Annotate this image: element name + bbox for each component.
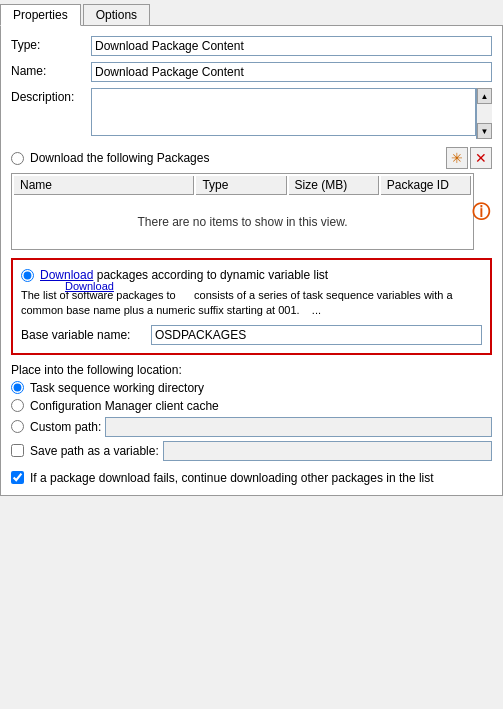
location-title: Place into the following location: (11, 363, 492, 377)
remove-package-btn[interactable]: ✕ (470, 147, 492, 169)
location-option-0: Task sequence working directory (11, 381, 492, 395)
name-label: Name: (11, 62, 91, 78)
name-row: Name: (11, 62, 492, 82)
dynamic-radio-suffix: packages according to dynamic variable l… (93, 268, 328, 282)
packages-radio-row: Download the following Packages (11, 151, 444, 165)
base-var-row: Base variable name: (21, 325, 482, 345)
continue-download-label: If a package download fails, continue do… (30, 471, 434, 485)
location-option-2: Custom path: (11, 417, 492, 437)
description-scrollbar: ▲ ▼ (476, 88, 492, 139)
base-var-input[interactable] (151, 325, 482, 345)
custom-path-input[interactable] (105, 417, 492, 437)
col-type: Type (196, 176, 286, 195)
description-input[interactable] (91, 88, 476, 136)
bottom-option-row: If a package download fails, continue do… (11, 471, 492, 485)
info-icon: ⓘ (472, 200, 490, 224)
tab-properties[interactable]: Properties (0, 4, 81, 26)
packages-table: Name Type Size (MB) Package ID There are… (11, 173, 474, 250)
save-path-input[interactable] (163, 441, 492, 461)
tab-options[interactable]: Options (83, 4, 150, 25)
add-package-btn[interactable]: ✳ (446, 147, 468, 169)
table-empty-row: There are no items to show in this view. (14, 197, 471, 247)
dynamic-description: The list of software packages to consist… (21, 288, 482, 319)
description-row: Description: ▲ ▼ (11, 88, 492, 139)
packages-table-container: Name Type Size (MB) Package ID There are… (11, 173, 474, 250)
main-window: Properties Options Type: Name: Descripti… (0, 0, 503, 496)
location-label-1: Configuration Manager client cache (30, 399, 219, 413)
continue-download-checkbox[interactable] (11, 471, 24, 484)
col-size: Size (MB) (289, 176, 379, 195)
location-radio-0[interactable] (11, 381, 24, 394)
location-label-2: Custom path: (30, 420, 101, 434)
packages-radio[interactable] (11, 152, 24, 165)
desc-wrapper: Download The list of software packages t… (21, 288, 482, 319)
save-path-checkbox[interactable] (11, 444, 24, 457)
save-path-row: Save path as a variable: (11, 441, 492, 461)
location-radio-1[interactable] (11, 399, 24, 412)
packages-section-header: Download the following Packages ✳ ✕ (11, 147, 492, 169)
empty-message: There are no items to show in this view. (14, 197, 471, 247)
type-input[interactable] (91, 36, 492, 56)
description-wrapper: ▲ ▼ (91, 88, 492, 139)
packages-radio-label: Download the following Packages (30, 151, 209, 165)
location-label-0: Task sequence working directory (30, 381, 204, 395)
col-name: Name (14, 176, 194, 195)
description-label: Description: (11, 88, 91, 104)
location-radio-2[interactable] (11, 420, 24, 433)
base-var-label: Base variable name: (21, 328, 151, 342)
name-input[interactable] (91, 62, 492, 82)
scroll-down-btn[interactable]: ▼ (477, 123, 492, 139)
location-option-1: Configuration Manager client cache (11, 399, 492, 413)
dynamic-section: Download packages according to dynamic v… (11, 258, 492, 355)
table-header-row: Name Type Size (MB) Package ID (14, 176, 471, 195)
scroll-up-btn[interactable]: ▲ (477, 88, 492, 104)
download-tooltip[interactable]: Download (65, 280, 114, 292)
save-path-label: Save path as a variable: (30, 444, 159, 458)
type-row: Type: (11, 36, 492, 56)
properties-content: Type: Name: Description: ▲ ▼ Download th… (0, 26, 503, 496)
tab-bar: Properties Options (0, 0, 503, 26)
col-pkgid: Package ID (381, 176, 471, 195)
location-section: Place into the following location: Task … (11, 363, 492, 461)
type-label: Type: (11, 36, 91, 52)
dynamic-radio[interactable] (21, 269, 34, 282)
